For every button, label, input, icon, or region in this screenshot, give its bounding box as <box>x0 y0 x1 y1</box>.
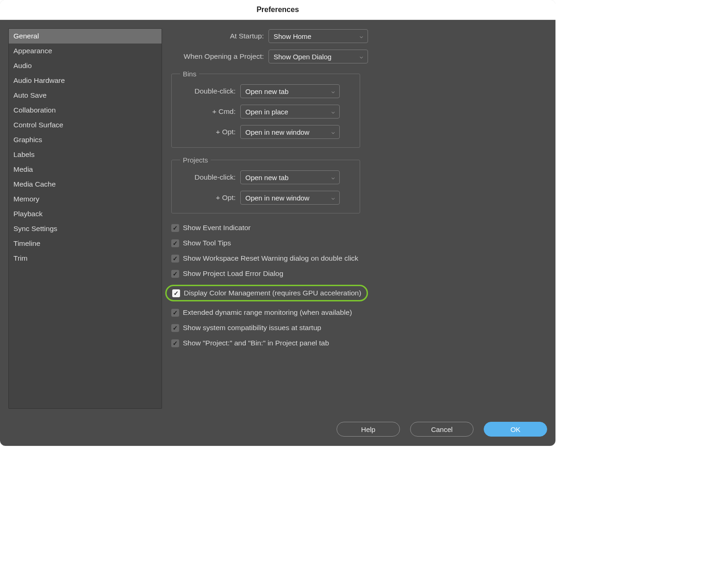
chevron-down-icon: ⌵ <box>331 88 335 94</box>
label-bins-opt: + Opt: <box>180 128 236 136</box>
sidebar-item-audio[interactable]: Audio <box>9 58 162 73</box>
checkbox-label: Show Tool Tips <box>183 239 231 247</box>
checkbox-label: Show Project Load Error Dialog <box>183 269 283 278</box>
checkbox-list: ✓ Show Event Indicator ✓ Show Tool Tips … <box>171 224 532 347</box>
chevron-down-icon: ⌵ <box>331 194 335 201</box>
checkbox-icon: ✓ <box>171 239 179 247</box>
sidebar-item-audio-hardware[interactable]: Audio Hardware <box>9 73 162 88</box>
sidebar-item-timeline[interactable]: Timeline <box>9 236 162 251</box>
sidebar-item-media-cache[interactable]: Media Cache <box>9 177 162 192</box>
check-extended-dynamic-range[interactable]: ✓ Extended dynamic range monitoring (whe… <box>171 308 532 317</box>
check-show-system-compatibility[interactable]: ✓ Show system compatibility issues at st… <box>171 324 532 332</box>
window-body: General Appearance Audio Audio Hardware … <box>0 20 555 446</box>
sidebar-item-appearance[interactable]: Appearance <box>9 44 162 58</box>
check-display-color-management[interactable]: ✓ Display Color Management (requires GPU… <box>172 289 361 297</box>
dropdown-value: Show Open Dialog <box>274 53 331 61</box>
sidebar-item-graphics[interactable]: Graphics <box>9 132 162 147</box>
window-titlebar: Preferences <box>0 0 555 20</box>
group-projects-legend: Projects <box>180 156 211 164</box>
sidebar-item-auto-save[interactable]: Auto Save <box>9 88 162 103</box>
checkbox-icon: ✓ <box>171 309 179 317</box>
preferences-window: Preferences General Appearance Audio Aud… <box>0 0 555 446</box>
label-projects-opt: + Opt: <box>180 194 236 202</box>
window-title: Preferences <box>256 6 299 14</box>
dropdown-bins-cmd[interactable]: Open in place ⌵ <box>240 105 340 119</box>
sidebar-item-sync-settings[interactable]: Sync Settings <box>9 221 162 236</box>
chevron-down-icon: ⌵ <box>360 53 363 60</box>
checkbox-icon: ✓ <box>172 289 180 297</box>
label-bins-cmd: + Cmd: <box>180 107 236 116</box>
check-show-tool-tips[interactable]: ✓ Show Tool Tips <box>171 239 532 247</box>
dropdown-bins-opt[interactable]: Open in new window ⌵ <box>240 125 340 139</box>
label-projects-doubleclick: Double-click: <box>180 173 236 181</box>
sidebar-item-media[interactable]: Media <box>9 162 162 177</box>
chevron-down-icon: ⌵ <box>360 33 363 39</box>
label-open-project: When Opening a Project: <box>171 52 264 61</box>
checkbox-icon: ✓ <box>171 324 179 332</box>
dropdown-value: Open in place <box>245 108 288 116</box>
sidebar-item-memory[interactable]: Memory <box>9 192 162 206</box>
category-sidebar: General Appearance Audio Audio Hardware … <box>8 28 162 409</box>
dropdown-value: Open new tab <box>245 88 288 95</box>
chevron-down-icon: ⌵ <box>331 108 335 115</box>
chevron-down-icon: ⌵ <box>331 129 335 135</box>
content-area: General Appearance Audio Audio Hardware … <box>8 28 547 409</box>
settings-pane: At Startup: Show Home ⌵ When Opening a P… <box>171 28 532 409</box>
row-open-project: When Opening a Project: Show Open Dialog… <box>171 50 532 63</box>
checkbox-label: Show "Project:" and "Bin:" in Project pa… <box>183 339 329 347</box>
checkbox-icon: ✓ <box>171 224 179 232</box>
group-bins-legend: Bins <box>180 70 199 78</box>
sidebar-item-trim[interactable]: Trim <box>9 251 162 266</box>
check-show-project-bin-panel-tab[interactable]: ✓ Show "Project:" and "Bin:" in Project … <box>171 339 532 347</box>
dropdown-value: Open in new window <box>245 128 309 136</box>
highlight-display-color-management: ✓ Display Color Management (requires GPU… <box>165 285 368 301</box>
check-show-event-indicator[interactable]: ✓ Show Event Indicator <box>171 224 532 232</box>
check-show-project-load-error[interactable]: ✓ Show Project Load Error Dialog <box>171 269 532 278</box>
help-button[interactable]: Help <box>337 422 400 437</box>
dropdown-value: Open in new window <box>245 194 309 202</box>
row-at-startup: At Startup: Show Home ⌵ <box>171 29 532 43</box>
dropdown-value: Show Home <box>274 32 312 40</box>
checkbox-label: Show system compatibility issues at star… <box>183 324 321 332</box>
sidebar-item-collaboration[interactable]: Collaboration <box>9 103 162 118</box>
dropdown-projects-doubleclick[interactable]: Open new tab ⌵ <box>240 170 340 184</box>
check-show-workspace-reset-warning[interactable]: ✓ Show Workspace Reset Warning dialog on… <box>171 254 532 263</box>
dropdown-projects-opt[interactable]: Open in new window ⌵ <box>240 191 340 205</box>
label-bins-doubleclick: Double-click: <box>180 87 236 95</box>
label-at-startup: At Startup: <box>171 32 264 40</box>
dropdown-value: Open new tab <box>245 174 288 181</box>
dropdown-open-project[interactable]: Show Open Dialog ⌵ <box>268 50 368 63</box>
sidebar-item-playback[interactable]: Playback <box>9 206 162 221</box>
group-bins: Bins Double-click: Open new tab ⌵ + Cmd:… <box>171 70 360 148</box>
checkbox-label: Show Event Indicator <box>183 224 250 232</box>
sidebar-item-labels[interactable]: Labels <box>9 147 162 162</box>
checkbox-label: Display Color Management (requires GPU a… <box>184 289 361 297</box>
checkbox-icon: ✓ <box>171 270 179 278</box>
checkbox-label: Extended dynamic range monitoring (when … <box>183 308 352 317</box>
sidebar-item-control-surface[interactable]: Control Surface <box>9 118 162 132</box>
checkbox-label: Show Workspace Reset Warning dialog on d… <box>183 254 358 263</box>
sidebar-item-general[interactable]: General <box>9 29 162 44</box>
cancel-button[interactable]: Cancel <box>410 422 474 437</box>
ok-button[interactable]: OK <box>484 422 547 437</box>
checkbox-icon: ✓ <box>171 339 179 347</box>
checkbox-icon: ✓ <box>171 255 179 263</box>
dropdown-bins-doubleclick[interactable]: Open new tab ⌵ <box>240 84 340 98</box>
dialog-footer: Help Cancel OK <box>8 422 547 437</box>
chevron-down-icon: ⌵ <box>331 174 335 181</box>
dropdown-at-startup[interactable]: Show Home ⌵ <box>268 29 368 43</box>
group-projects: Projects Double-click: Open new tab ⌵ + … <box>171 156 360 213</box>
